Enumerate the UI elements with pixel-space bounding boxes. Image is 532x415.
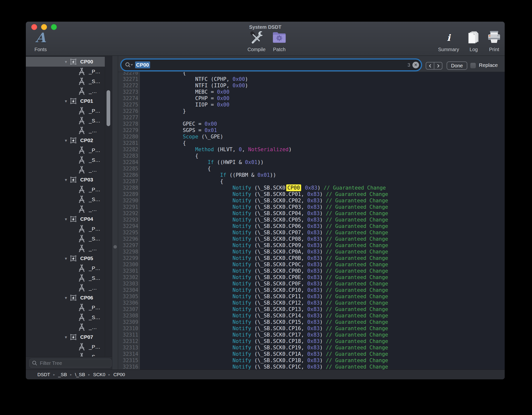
method-a-icon	[78, 323, 86, 331]
patch-button[interactable]: Patch	[268, 30, 290, 52]
tree-row-method[interactable]: _S…	[26, 273, 105, 283]
pane-splitter[interactable]	[112, 56, 118, 370]
tree-row-method[interactable]: _P…	[26, 263, 105, 273]
done-button[interactable]: Done	[447, 61, 467, 70]
tree-row-method[interactable]: _…	[26, 86, 105, 96]
method-a-icon	[78, 87, 86, 95]
tree-row-scope[interactable]: ▼ CP07	[26, 332, 105, 342]
replace-checkbox[interactable]	[470, 63, 476, 68]
breadcrumb-item[interactable]: _SB	[58, 372, 67, 377]
tree-item-label: CP02	[80, 137, 93, 143]
filter-tree-input[interactable]: Filter Tree	[29, 359, 111, 368]
tree-row-method[interactable]: _P…	[26, 67, 105, 76]
previous-match-button[interactable]	[426, 62, 434, 69]
breadcrumb-item[interactable]: DSDT	[37, 372, 50, 377]
compile-tools-icon	[249, 30, 264, 45]
tree-item-label: CP05	[80, 255, 93, 261]
tree-row-method[interactable]: _P…	[26, 145, 105, 155]
print-button[interactable]: Print	[485, 30, 503, 52]
log-button[interactable]: Log	[465, 30, 482, 52]
tree-row-scope[interactable]: ▼ CP05	[26, 253, 105, 263]
info-icon: i	[442, 31, 455, 44]
tree-row-method[interactable]: _P…	[26, 185, 105, 194]
tree-item-label: _P…	[89, 226, 100, 232]
compile-button[interactable]: Compile	[245, 30, 268, 52]
method-a-icon	[78, 303, 86, 312]
tree-row-method[interactable]: _…	[26, 126, 105, 135]
breadcrumb-separator-icon: ▸	[109, 373, 110, 376]
tree-row-method[interactable]: _…	[26, 165, 105, 175]
tree-row-method[interactable]: _S…	[26, 312, 105, 322]
tree-item-label: _…	[89, 324, 97, 330]
tree-row-method[interactable]: _S…	[26, 352, 105, 356]
tree-row-method[interactable]: _…	[26, 244, 105, 253]
tree-row-method[interactable]: _S…	[26, 155, 105, 165]
scope-icon	[69, 58, 77, 66]
tree-row-method[interactable]: _P…	[26, 224, 105, 234]
tree-row-method[interactable]: _P…	[26, 303, 105, 312]
method-a-icon	[78, 126, 86, 135]
tree-row-method[interactable]: _P…	[26, 106, 105, 116]
disclosure-triangle-icon[interactable]: ▼	[64, 296, 68, 300]
method-a-icon	[78, 244, 86, 253]
tree-item-label: CP00	[80, 59, 93, 65]
tree-row-scope[interactable]: ▼ CP01	[26, 96, 105, 106]
tree-row-scope[interactable]: ▼ CP06	[26, 293, 105, 303]
find-stepper	[426, 62, 442, 70]
tree-item-label: _P…	[89, 147, 100, 153]
disclosure-triangle-icon[interactable]: ▼	[64, 217, 68, 221]
sidebar-scrollbar-thumb[interactable]	[107, 90, 110, 126]
code-editor[interactable]: 3227032271322723227332274322753227632277…	[118, 72, 505, 370]
window-title: System DSDT	[26, 24, 505, 30]
scope-icon	[69, 215, 77, 223]
method-a-icon	[78, 205, 86, 213]
sidebar-scrollbar[interactable]	[105, 56, 112, 356]
tree-item-label: _P…	[89, 265, 100, 271]
breadcrumb-item[interactable]: SCK0	[93, 372, 105, 377]
find-bar: CP00 3 ✕ Done Replace	[118, 56, 505, 72]
breadcrumb-separator-icon: ▸	[53, 373, 55, 376]
breadcrumb-item[interactable]: \_SB	[75, 372, 85, 377]
scope-icon	[69, 333, 77, 341]
breadcrumb-item[interactable]: CP00	[113, 372, 125, 377]
fonts-button[interactable]: A Fonts	[32, 30, 49, 52]
disclosure-triangle-icon[interactable]: ▼	[64, 256, 68, 261]
tree-row-method[interactable]: _S…	[26, 234, 105, 244]
search-menu-icon[interactable]	[125, 62, 133, 68]
method-a-icon	[78, 353, 86, 356]
disclosure-triangle-icon[interactable]: ▼	[64, 60, 68, 64]
clear-search-button[interactable]: ✕	[412, 62, 419, 68]
tree-item-label: _…	[89, 128, 97, 133]
titlebar-toolbar: System DSDT A Fonts Compile	[26, 22, 505, 56]
tree-row-method[interactable]: _…	[26, 283, 105, 293]
tree-item-label: _S…	[89, 78, 100, 84]
disclosure-triangle-icon[interactable]: ▼	[64, 99, 68, 103]
tree-row-method[interactable]: _…	[26, 322, 105, 332]
splitter-handle-icon[interactable]	[113, 245, 117, 249]
summary-button[interactable]: i Summary	[436, 30, 461, 52]
tree-row-scope[interactable]: ▼ CP02	[26, 135, 105, 145]
tree-row-scope[interactable]: ▼ CP04	[26, 214, 105, 224]
tree-row-method[interactable]: _…	[26, 204, 105, 214]
tree-item-label: _S…	[89, 157, 100, 163]
log-pages-icon	[467, 30, 481, 45]
tree-row-method[interactable]: _S…	[26, 194, 105, 204]
tree-row-method[interactable]: _S…	[26, 116, 105, 126]
tree-item-label: CP04	[80, 216, 93, 222]
tree-item-label: _P…	[89, 69, 100, 74]
code-lines: { NTFC (CPHP, 0x00) NTFI (IIOP, 0x00) ME…	[145, 72, 505, 370]
find-input[interactable]: CP00 3 ✕	[121, 59, 422, 71]
tree-row-method[interactable]: _S…	[26, 76, 105, 86]
tree-row-scope[interactable]: ▼ CP03	[26, 175, 105, 185]
disclosure-triangle-icon[interactable]: ▼	[64, 178, 68, 182]
disclosure-triangle-icon[interactable]: ▼	[64, 138, 68, 143]
disclosure-triangle-icon[interactable]: ▼	[64, 335, 68, 339]
fonts-a-icon: A	[35, 30, 46, 45]
next-match-button[interactable]	[434, 62, 442, 69]
tree-row-method[interactable]: _P…	[26, 342, 105, 352]
tree-item-label: _…	[89, 246, 97, 252]
tree-item-label: _P…	[89, 187, 100, 193]
tree-row-scope[interactable]: ▼ CP00	[26, 57, 105, 67]
breadcrumb-separator-icon: ▸	[88, 373, 90, 376]
method-a-icon	[78, 313, 86, 322]
